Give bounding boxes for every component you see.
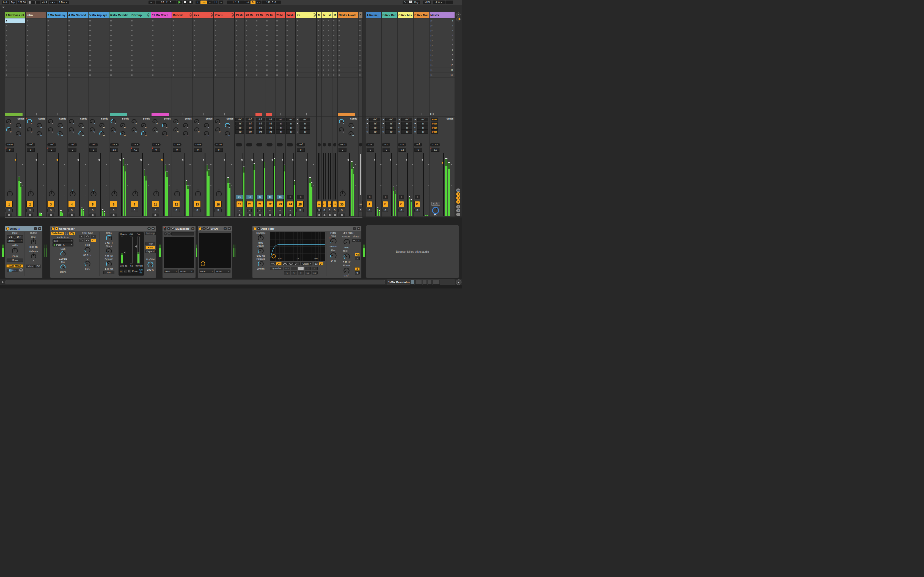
clip-stop-button[interactable] — [286, 55, 288, 56]
clip-stop-button[interactable] — [286, 45, 288, 46]
send-level-box[interactable]: -inf — [276, 130, 285, 134]
send-level-box[interactable]: -inf — [246, 130, 254, 134]
makeup-button[interactable]: Makeup — [145, 232, 156, 235]
track-activator[interactable]: 5 — [89, 201, 96, 208]
clip-slot[interactable] — [172, 68, 192, 73]
clip-stop-button[interactable] — [110, 55, 111, 56]
clip-slot[interactable] — [26, 33, 46, 38]
scene-launch-button[interactable]: ▷ — [431, 69, 433, 71]
clip-slot[interactable] — [255, 38, 265, 43]
clip-slot[interactable] — [235, 28, 244, 33]
track-activator[interactable]: D — [414, 201, 420, 207]
sidechain-gain-knob[interactable] — [60, 251, 66, 257]
clip-stop-button[interactable] — [194, 74, 195, 76]
clip-stop-button[interactable] — [276, 64, 278, 66]
volume-box[interactable]: 0 — [297, 148, 305, 152]
clip-stop-button[interactable] — [297, 50, 298, 51]
clip-slot[interactable] — [245, 23, 255, 28]
clip-stop-button[interactable] — [236, 60, 237, 61]
master-track-header[interactable]: Master — [430, 12, 455, 18]
clip-stop-button[interactable] — [152, 69, 153, 71]
clip-stop-button[interactable] — [318, 25, 319, 26]
hot-swap-icon[interactable]: ↻ — [191, 227, 194, 230]
pan-knob[interactable] — [6, 191, 13, 197]
clip-stop-button[interactable] — [333, 64, 334, 66]
send-level-box[interactable]: -inf — [417, 130, 428, 134]
fader-thumb[interactable] — [160, 159, 163, 161]
solo-button[interactable]: S — [268, 209, 272, 212]
track-activator[interactable]: 22 — [267, 201, 273, 207]
clip-slot[interactable] — [110, 58, 130, 63]
clip-slot[interactable] — [47, 23, 67, 28]
send-level-box[interactable]: -inf — [266, 130, 275, 134]
clip-stop-button[interactable] — [276, 60, 278, 61]
meter-peak-display[interactable]: -28.3 — [338, 143, 347, 147]
freq-value[interactable]: 26.0 Hz — [329, 245, 337, 248]
clip-stop-button[interactable] — [339, 69, 340, 71]
clip-stop-button[interactable] — [6, 30, 7, 31]
clip-slot[interactable] — [245, 33, 255, 38]
clip-stop-button[interactable] — [68, 55, 70, 56]
activity-view-button[interactable] — [120, 269, 123, 273]
clip-slot[interactable] — [338, 63, 358, 68]
clip-slot[interactable] — [338, 53, 358, 58]
clip-slot[interactable] — [338, 58, 358, 63]
clip-stop-button[interactable] — [286, 74, 288, 76]
clip-stop-button[interactable] — [6, 64, 7, 66]
clip-stop-button[interactable] — [359, 50, 360, 51]
clip-stop-button[interactable] — [48, 55, 49, 56]
clip-slot[interactable] — [151, 33, 171, 38]
mixer-toggle-io[interactable]: I·O — [456, 189, 460, 192]
expand-icon[interactable]: ▼ — [167, 227, 171, 230]
clip-slot[interactable] — [68, 58, 88, 63]
clip-stop-button[interactable] — [215, 69, 216, 71]
clip-slot[interactable] — [89, 43, 109, 48]
clip-stop-button[interactable] — [318, 55, 319, 56]
fader-thumb[interactable] — [291, 159, 293, 161]
clip-stop-button[interactable] — [266, 64, 268, 66]
send-level-box[interactable]: -inf — [401, 126, 412, 130]
clip-stop-button[interactable] — [276, 74, 278, 76]
clip-slot[interactable] — [276, 58, 285, 63]
clip-slot[interactable] — [26, 43, 46, 48]
pan-box[interactable]: 16 — [277, 195, 284, 199]
solo-button[interactable]: S — [47, 208, 55, 212]
pan-knob[interactable] — [48, 191, 55, 197]
clip-stop-button[interactable] — [266, 50, 268, 51]
clip-slot[interactable] — [130, 33, 151, 38]
clip-stop-button[interactable] — [27, 64, 28, 66]
clip-slot[interactable] — [245, 28, 255, 33]
clip-stop-button[interactable] — [276, 35, 278, 36]
volume-fader[interactable] — [163, 153, 164, 216]
clip-stop-button[interactable] — [333, 25, 334, 26]
clip-slot[interactable] — [110, 63, 130, 68]
clip-stop-button[interactable] — [323, 40, 324, 41]
clip-stop-button[interactable] — [333, 35, 334, 36]
arm-button[interactable] — [257, 213, 262, 216]
solo-button[interactable]: S — [383, 208, 388, 212]
clip-slot[interactable] — [317, 23, 321, 28]
clip-slot[interactable] — [265, 58, 275, 63]
device-activator[interactable] — [52, 227, 54, 230]
clip-stop-button[interactable] — [110, 20, 111, 21]
clip-stop-button[interactable] — [194, 20, 195, 21]
track-header[interactable]: 30 Mix A-Valh — [338, 12, 358, 18]
clip-slot[interactable] — [317, 43, 321, 48]
track-activator[interactable]: 13 — [194, 201, 201, 208]
track-activator[interactable]: 11 — [152, 201, 159, 208]
track-header[interactable]: 19 Mi — [235, 12, 244, 18]
clip-stop-button[interactable] — [286, 40, 288, 41]
group-fold-icon[interactable]: ≡ — [147, 13, 150, 16]
headphones-icon[interactable] — [65, 232, 68, 235]
fader-thumb[interactable] — [202, 159, 204, 161]
clip-stop-button[interactable] — [152, 74, 153, 76]
meter-peak-display[interactable]: -17.1 — [110, 143, 119, 147]
solo-button[interactable]: S — [257, 209, 262, 212]
clip-stop-button[interactable] — [236, 30, 237, 31]
clip-slot[interactable] — [255, 73, 265, 78]
clip-slot[interactable] — [286, 23, 296, 28]
filter-freq-knob[interactable] — [84, 247, 91, 253]
pan-knob[interactable] — [111, 191, 118, 197]
clip-slot[interactable] — [214, 53, 234, 58]
clip-stop-button[interactable] — [236, 50, 237, 51]
